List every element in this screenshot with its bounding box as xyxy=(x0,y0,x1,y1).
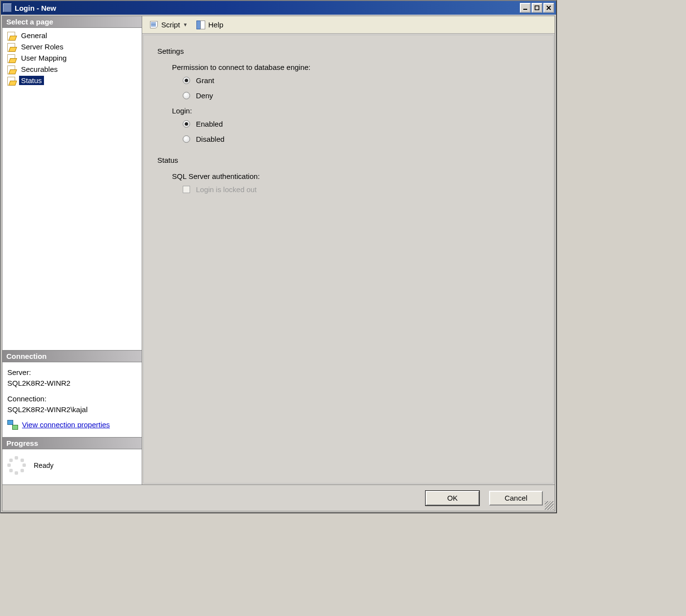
nav-item-status[interactable]: Status xyxy=(2,75,142,86)
script-icon xyxy=(150,21,158,29)
page-icon xyxy=(6,65,16,74)
connection-label: Connection: xyxy=(7,394,137,404)
progress-header: Progress xyxy=(2,438,142,449)
titlebar[interactable]: Login - New xyxy=(1,1,556,15)
nav-item-label: Status xyxy=(19,76,44,85)
login-disabled-label: Disabled xyxy=(196,135,224,143)
nav-item-securables[interactable]: Securables xyxy=(2,64,142,75)
resize-grip-icon[interactable] xyxy=(545,501,554,510)
page-nav-list: GeneralServer RolesUser MappingSecurable… xyxy=(2,28,142,350)
locked-out-checkbox xyxy=(183,186,190,193)
progress-status: Ready xyxy=(34,462,53,469)
page-icon xyxy=(6,76,16,85)
status-heading: Status xyxy=(157,156,539,164)
permission-grant-radio[interactable] xyxy=(183,77,190,84)
login-label: Login: xyxy=(172,107,539,115)
nav-item-label: General xyxy=(19,31,49,40)
connection-header: Connection xyxy=(2,351,142,362)
help-button[interactable]: Help xyxy=(193,19,227,31)
sql-auth-label: SQL Server authentication: xyxy=(172,172,539,180)
chevron-down-icon: ▼ xyxy=(183,22,188,27)
login-new-window: Login - New Select a page GeneralServer … xyxy=(0,0,557,513)
left-panel: Select a page GeneralServer RolesUser Ma… xyxy=(2,16,142,484)
toolbar: Script ▼ Help xyxy=(142,16,555,34)
ok-button[interactable]: OK xyxy=(426,491,479,506)
view-connection-properties-link[interactable]: View connection properties xyxy=(22,419,110,430)
svg-rect-0 xyxy=(523,9,527,10)
server-label: Server: xyxy=(7,367,137,378)
login-enabled-row[interactable]: Enabled xyxy=(183,120,539,128)
nav-item-general[interactable]: General xyxy=(2,30,142,41)
nav-item-user-mapping[interactable]: User Mapping xyxy=(2,52,142,64)
script-label: Script xyxy=(161,21,180,29)
permission-grant-label: Grant xyxy=(196,76,214,85)
help-icon xyxy=(196,21,205,29)
nav-item-label: Securables xyxy=(19,65,60,74)
login-enabled-label: Enabled xyxy=(196,120,223,128)
permission-label: Permission to connect to database engine… xyxy=(172,63,539,71)
permission-deny-row[interactable]: Deny xyxy=(183,91,539,100)
page-icon xyxy=(6,31,16,40)
permission-deny-label: Deny xyxy=(196,91,213,100)
nav-item-label: Server Roles xyxy=(19,42,65,51)
status-page-content: Settings Permission to connect to databa… xyxy=(143,35,554,484)
minimize-button[interactable] xyxy=(520,3,531,13)
login-disabled-radio[interactable] xyxy=(183,135,190,143)
progress-section: Progress Ready xyxy=(2,437,142,484)
main-panel: Script ▼ Help Settings Permission to con… xyxy=(142,16,555,484)
settings-heading: Settings xyxy=(157,47,539,55)
connection-value: SQL2K8R2-WINR2\kajal xyxy=(7,404,137,415)
permission-deny-radio[interactable] xyxy=(183,92,190,99)
network-icon xyxy=(7,420,18,430)
permission-grant-row[interactable]: Grant xyxy=(183,76,539,85)
locked-out-label: Login is locked out xyxy=(196,185,257,194)
help-label: Help xyxy=(208,21,223,29)
app-icon xyxy=(3,3,12,12)
window-title: Login - New xyxy=(12,4,520,12)
close-button[interactable] xyxy=(543,3,554,13)
server-value: SQL2K8R2-WINR2 xyxy=(7,378,137,389)
progress-spinner-icon xyxy=(7,456,26,475)
nav-item-label: User Mapping xyxy=(19,53,68,63)
cancel-button[interactable]: Cancel xyxy=(489,491,543,506)
script-button[interactable]: Script ▼ xyxy=(146,19,191,31)
locked-out-row: Login is locked out xyxy=(183,185,539,194)
maximize-button[interactable] xyxy=(532,3,542,13)
login-disabled-row[interactable]: Disabled xyxy=(183,135,539,143)
page-icon xyxy=(6,43,16,51)
svg-rect-1 xyxy=(535,6,539,10)
select-page-header: Select a page xyxy=(2,16,142,28)
login-enabled-radio[interactable] xyxy=(183,120,190,128)
nav-item-server-roles[interactable]: Server Roles xyxy=(2,41,142,52)
connection-section: Connection Server: SQL2K8R2-WINR2 Connec… xyxy=(2,350,142,437)
page-icon xyxy=(6,54,16,63)
cancel-button-label: Cancel xyxy=(505,494,528,502)
ok-button-label: OK xyxy=(447,494,458,502)
dialog-button-bar: OK Cancel xyxy=(2,484,555,511)
